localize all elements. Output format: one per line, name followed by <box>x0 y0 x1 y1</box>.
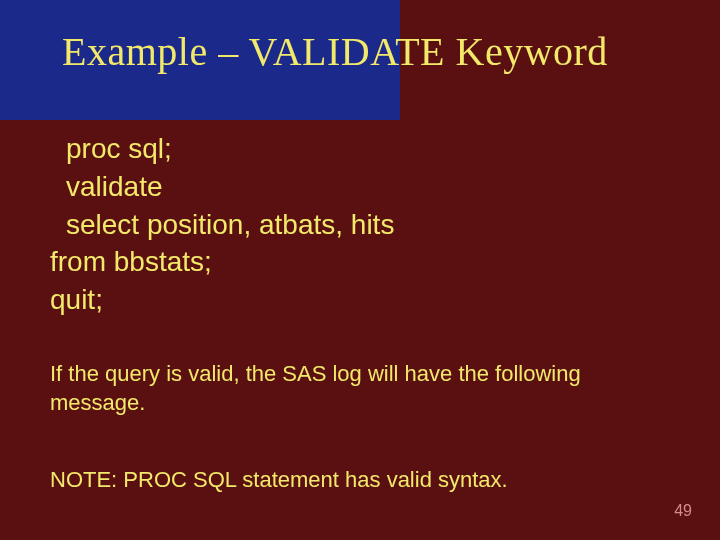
note-text: NOTE: PROC SQL statement has valid synta… <box>50 466 670 495</box>
page-number: 49 <box>674 502 692 520</box>
code-line-5: quit; <box>50 284 103 315</box>
code-line-4: from bbstats; <box>50 246 212 277</box>
code-line-2: validate <box>50 168 394 206</box>
slide-title: Example – VALIDATE Keyword <box>62 28 608 75</box>
explanation-text: If the query is valid, the SAS log will … <box>50 360 670 417</box>
code-line-1: proc sql; <box>50 130 394 168</box>
code-line-3: select position, atbats, hits <box>50 206 394 244</box>
code-block: proc sql; validate select position, atba… <box>50 130 394 319</box>
slide: Example – VALIDATE Keyword proc sql; val… <box>0 0 720 540</box>
